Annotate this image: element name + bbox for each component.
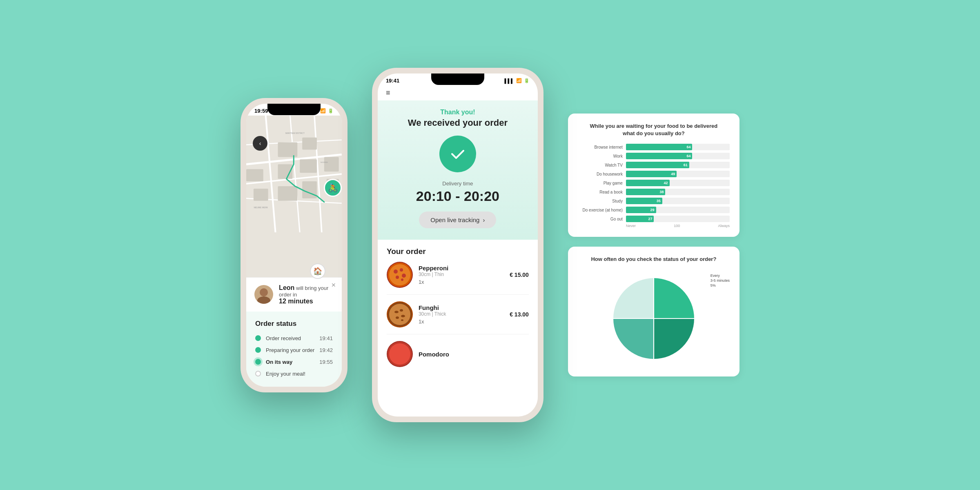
svg-point-21: [260, 288, 268, 296]
svg-point-32: [394, 311, 399, 313]
order-received-title: We received your order: [390, 118, 526, 128]
svg-point-31: [389, 304, 410, 325]
bar-track-playgame: 42: [626, 180, 730, 186]
bar-label-work: Work: [578, 154, 623, 158]
bar-label-housework: Do housework: [578, 172, 623, 176]
pie-container: Every10-15 minutes45% Every30 minutes25%…: [578, 270, 730, 368]
phone-1-screen: 19:59 ▌▌▌ 📶 🔋: [246, 104, 342, 387]
bar-row-browse: Browse internet 64: [578, 144, 730, 150]
status-label-preparing: Preparing your order: [266, 347, 314, 353]
charts-panel: While you are waiting for your food to b…: [568, 114, 739, 377]
wifi-icon: 📶: [320, 108, 326, 114]
bar-axis: Never 100 Always: [578, 224, 730, 228]
your-order-title: Your order: [387, 247, 529, 256]
bar-track-exercise: 29: [626, 207, 730, 213]
bar-fill-watchtv: 61: [626, 162, 689, 168]
bar-fill-housework: 49: [626, 171, 677, 177]
bar-fill-playgame: 42: [626, 180, 670, 186]
check-circle: [439, 136, 476, 172]
checkmark-icon: [449, 145, 467, 163]
svg-point-35: [396, 316, 399, 319]
bar-row-work: Work 64: [578, 153, 730, 159]
phone-2-notch: [431, 74, 484, 85]
bar-track-work: 64: [626, 153, 730, 159]
bar-value-study: 35: [657, 199, 661, 203]
svg-point-34: [401, 315, 405, 317]
order-item-pepperoni-sub: 30cm | Thin: [419, 272, 504, 277]
pie-label-taking-long: Only when it'staking too long25%: [584, 286, 613, 302]
bar-label-goout: Go out: [578, 217, 623, 221]
status-timeline: Order received 19:41 Preparing your orde…: [255, 335, 333, 377]
bar-track-browse: 64: [626, 144, 730, 150]
phone-2: 19:41 ▌▌▌ 📶 🔋 ≡ Thank you! We received y…: [372, 68, 543, 422]
bar-label-browse: Browse internet: [578, 145, 623, 149]
confirmation-hero: Thank you! We received your order Delive…: [378, 100, 538, 240]
status-label-enjoy: Enjoy your meal!: [266, 371, 333, 377]
status-time-preparing: 19:42: [319, 347, 333, 353]
order-item-funghi-sub: 30cm | Thick: [419, 311, 504, 317]
svg-point-26: [400, 268, 403, 272]
svg-rect-14: [254, 188, 268, 200]
bar-row-housework: Do housework 49: [578, 171, 730, 177]
bar-row-playgame: Play game 42: [578, 180, 730, 186]
svg-point-24: [389, 264, 410, 285]
status-label-received: Order received: [266, 335, 314, 341]
order-item-pomodoro-name: Pomodoro: [419, 351, 529, 358]
bar-axis-100: 100: [674, 224, 680, 228]
bar-label-readbook: Read a book: [578, 190, 623, 194]
bar-value-readbook: 38: [659, 190, 664, 194]
svg-rect-13: [324, 157, 339, 172]
svg-point-22: [257, 296, 270, 304]
map-area: MARITIEM DISTRICT NOORDE NIEUWE WERK ‹ 🚴…: [246, 116, 342, 312]
svg-rect-16: [302, 181, 317, 198]
close-icon[interactable]: ✕: [331, 282, 336, 288]
phone-2-screen: 19:41 ▌▌▌ 📶 🔋 ≡ Thank you! We received y…: [378, 74, 538, 416]
status-on-its-way: On its way 19:55: [255, 359, 333, 365]
bar-value-playgame: 42: [664, 181, 668, 185]
phone-2-status-icons: ▌▌▌ 📶 🔋: [505, 78, 530, 83]
status-dot-onway: [255, 359, 261, 365]
live-tracking-button[interactable]: Open live tracking ›: [419, 212, 496, 228]
signal-icon-2: ▌▌▌: [505, 78, 514, 83]
bar-fill-work: 64: [626, 153, 693, 159]
thank-you-text: Thank you!: [390, 109, 526, 116]
bar-fill-exercise: 29: [626, 207, 656, 213]
svg-point-33: [400, 309, 403, 312]
svg-point-38: [389, 343, 410, 365]
order-item-pepperoni-details: Pepperoni 30cm | Thin 1x: [419, 265, 504, 285]
pie-label-3-5: Every3-5 minutes5%: [710, 274, 730, 288]
delivery-time-value: 20:10 - 20:20: [390, 188, 526, 204]
status-dot-preparing: [255, 347, 261, 353]
hamburger-menu-icon[interactable]: ≡: [378, 85, 538, 100]
svg-rect-9: [302, 137, 317, 149]
svg-text:NOORDE: NOORDE: [321, 161, 328, 163]
battery-icon-2: 🔋: [524, 78, 530, 83]
phone-1-time: 19:59: [254, 108, 268, 114]
svg-rect-12: [300, 159, 317, 173]
back-button[interactable]: ‹: [253, 136, 267, 151]
bar-axis-always: Always: [718, 224, 730, 228]
status-time-onway: 19:55: [319, 359, 333, 365]
pie-svg: [609, 274, 699, 363]
pie-label-10-15: Every10-15 minutes45%: [698, 339, 726, 355]
bar-fill-goout: 27: [626, 216, 654, 222]
map-svg: MARITIEM DISTRICT NOORDE NIEUWE WERK: [246, 116, 342, 232]
svg-rect-8: [278, 142, 298, 157]
bar-track-study: 35: [626, 198, 730, 204]
svg-rect-10: [246, 169, 263, 181]
bar-value-work: 64: [686, 154, 690, 158]
bar-row-readbook: Read a book 38: [578, 189, 730, 195]
bar-track-goout: 27: [626, 216, 730, 222]
phone-2-time: 19:41: [386, 78, 399, 84]
svg-text:MARITIEM DISTRICT: MARITIEM DISTRICT: [285, 132, 305, 134]
delivery-info-card: Leon will bring your order in 12 minutes…: [246, 277, 342, 312]
bar-value-exercise: 29: [650, 208, 655, 212]
order-status-section: Order status Order received 19:41 Prepar…: [246, 312, 342, 387]
order-item-funghi: Funghi 30cm | Thick 1x € 13.00: [387, 301, 529, 334]
order-item-funghi-details: Funghi 30cm | Thick 1x: [419, 304, 504, 325]
status-time-received: 19:41: [319, 335, 333, 341]
order-status-title: Order status: [255, 320, 333, 328]
courier-name: Leon: [279, 284, 294, 291]
status-order-received: Order received 19:41: [255, 335, 333, 341]
order-item-pepperoni-price: € 15.00: [510, 272, 529, 278]
